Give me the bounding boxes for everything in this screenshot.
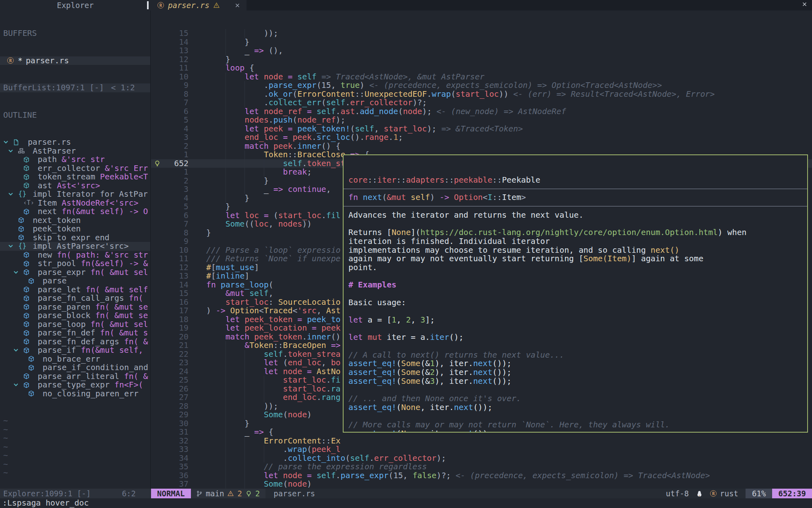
code-line[interactable]: 35// parse the expression regardless xyxy=(151,462,812,471)
outline-item-label: Item xyxy=(33,199,57,208)
outline-item[interactable]: parse_block fn( &mut se xyxy=(0,311,150,320)
code-line[interactable]: 15)); xyxy=(151,29,812,38)
line-number: 6 xyxy=(184,107,188,116)
chevron-down-icon[interactable] xyxy=(3,139,8,145)
explorer-status-right: 6:2 xyxy=(122,489,136,498)
code-line[interactable]: 4let peek = peek_token!(self, start_loc)… xyxy=(151,125,812,133)
outline-item[interactable]: parse_let fn( &mut self xyxy=(0,285,150,294)
code-line[interactable]: 13_ => (), xyxy=(151,46,812,55)
outline-item[interactable]: err_collector &'src Err xyxy=(0,164,150,173)
lightbulb-icon xyxy=(246,491,252,497)
method-cube-icon xyxy=(23,304,29,310)
code-line[interactable]: 36let node = self.parse_expr(15, false)?… xyxy=(151,471,812,480)
line-number: 21 xyxy=(179,341,188,350)
tab-parser-rs[interactable]: R parser.rs xyxy=(151,0,246,10)
close-icon[interactable] xyxy=(235,3,240,8)
code-line[interactable]: 3end_loc = peek.src_loc().range.1; xyxy=(151,133,812,142)
outline-item[interactable]: parser.rs xyxy=(0,138,150,147)
line-number: 1 xyxy=(184,150,188,159)
outline-item[interactable]: new fn( path: &'src str xyxy=(0,251,150,260)
outline-item[interactable]: no_closing_paren_err xyxy=(0,389,150,398)
outline-item[interactable]: skip_to_expr_end xyxy=(0,233,150,242)
outline-item[interactable]: parse xyxy=(0,277,150,285)
outline-item[interactable]: parse_fn_def fn( &mut s xyxy=(0,329,150,337)
outline-item-label: parse_paren xyxy=(33,303,91,312)
code-line[interactable]: 8.ok_or(ErrorContent::UnexpectedEOF.wrap… xyxy=(151,90,812,99)
outline-item-label: parse_if_condition_and xyxy=(38,363,148,372)
code-line[interactable]: 12} xyxy=(151,55,812,64)
chevron-down-icon[interactable] xyxy=(8,148,13,154)
code-line[interactable]: 37Some(node) xyxy=(151,480,812,489)
popup-separator xyxy=(348,202,802,211)
struct-icon xyxy=(18,148,25,154)
code-line[interactable]: 2match peek.inner() { xyxy=(151,142,812,151)
outline-item-label: new xyxy=(33,251,52,260)
line-number: 5 xyxy=(184,115,188,125)
outline-item[interactable]: parse_loop fn( &mut sel xyxy=(0,320,150,329)
outline-item-label: parse_fn_def_args xyxy=(33,337,119,346)
line-number: 33 xyxy=(179,445,188,454)
outline-item[interactable]: ast Ast<'src> xyxy=(0,181,150,190)
outline-item[interactable]: parse_paren fn( &mut se xyxy=(0,303,150,312)
chevron-down-icon[interactable] xyxy=(8,192,13,197)
code-line[interactable]: 11loop { xyxy=(151,64,812,73)
chevron-down-icon[interactable] xyxy=(8,244,13,249)
tilde-empty-line: ~ xyxy=(0,468,150,477)
type-annotation: fn( &mut se xyxy=(91,303,148,312)
outline-item[interactable]: parse_expr fn( &mut sel xyxy=(0,268,150,277)
lsp-hover-popup: core::iter::adapters::peekable::Peekable… xyxy=(343,154,808,433)
outline-item[interactable]: str_pool fn(&self) -> & xyxy=(0,259,150,268)
outline-item[interactable]: parse_fn_call_args fn( xyxy=(0,294,150,303)
close-icon[interactable] xyxy=(802,2,807,7)
code-line[interactable]: 10let node = self => Traced<AstNode>, &m… xyxy=(151,73,812,81)
outline-item[interactable]: {} impl AstParser<'src> xyxy=(0,242,150,251)
outline-item[interactable]: parse_arr_literal fn( & xyxy=(0,372,150,381)
outline-item[interactable]: next_token xyxy=(0,216,150,225)
outline-item[interactable]: parse_fn_def_args fn( & xyxy=(0,337,150,346)
method-cube-icon xyxy=(23,382,29,388)
outline-item[interactable]: parse_type_expr fn<F>( xyxy=(0,381,150,389)
bufferlist-status-left: BufferList:1097:1 [-] xyxy=(3,83,104,92)
outline-item[interactable]: path &'src str xyxy=(0,155,150,164)
command-line[interactable]: :Lspsaga hover_doc xyxy=(0,498,812,508)
code-line[interactable]: 9.parse_expr(15, true) <- (precedence, e… xyxy=(151,81,812,90)
line-number: 35 xyxy=(179,462,188,471)
chevron-down-icon[interactable] xyxy=(13,382,19,387)
line-number: 14 xyxy=(179,280,188,289)
code-line[interactable]: 33.wrap(peek_l xyxy=(151,445,812,454)
code-line[interactable]: 14} xyxy=(151,38,812,47)
popup-doc-line: core::iter::adapters::peekable::Peekable xyxy=(348,176,802,185)
popup-doc-line xyxy=(348,412,802,421)
line-number: 24 xyxy=(179,367,188,376)
buffer-name: parser.rs xyxy=(26,56,69,65)
code-line[interactable]: 32ErrorContent::Ex xyxy=(151,437,812,446)
popup-doc-line: assert_eq!(Some(&3), iter.next()); xyxy=(348,377,802,386)
outline-item[interactable]: token_stream Peekable<T xyxy=(0,173,150,181)
line-number: 16 xyxy=(179,298,188,307)
code-line[interactable]: 7.collect_err(self.err_collector)?; xyxy=(151,98,812,107)
code-line[interactable]: 6let node_ref = self.ast.add_node(node);… xyxy=(151,107,812,116)
outline-item[interactable]: ‹T› Item AstNodeRef<'src> xyxy=(0,199,150,208)
popup-doc-line: // A call to next() returns the next val… xyxy=(348,351,802,360)
cursor-position: 652:39 xyxy=(772,489,812,498)
line-number: 6 xyxy=(184,211,188,220)
outline-item[interactable]: no_brace_err xyxy=(0,355,150,364)
outline-item[interactable]: parse_if_condition_and xyxy=(0,363,150,372)
section-outline: OUTLINE xyxy=(0,111,150,120)
buffer-item-parser-rs[interactable]: R*parser.rs xyxy=(0,56,150,65)
chevron-down-icon[interactable] xyxy=(13,348,19,353)
chevron-down-icon[interactable] xyxy=(13,270,19,275)
code-line[interactable]: 5nodes.push(node_ref); xyxy=(151,116,812,125)
code-line[interactable]: 34.collect_into(self.err_collector); xyxy=(151,454,812,463)
outline-item[interactable]: peek_token xyxy=(0,225,150,233)
outline-item[interactable]: {} impl Iterator for AstPar xyxy=(0,190,150,199)
outline-item[interactable]: parse_if fn(&mut self, xyxy=(0,346,150,355)
type-annotation: fn(&self) -> & xyxy=(76,259,148,268)
line-number: 37 xyxy=(179,479,188,489)
popup-doc-line xyxy=(348,272,802,281)
outline-item-label: no_closing_paren_err xyxy=(38,389,139,398)
file-icon xyxy=(13,139,19,146)
outline-item[interactable]: next fn(&mut self) -> O xyxy=(0,207,150,216)
outline-item[interactable]: AstParser xyxy=(0,147,150,156)
popup-doc-line: iteration is finished. Individual iterat… xyxy=(348,237,802,246)
